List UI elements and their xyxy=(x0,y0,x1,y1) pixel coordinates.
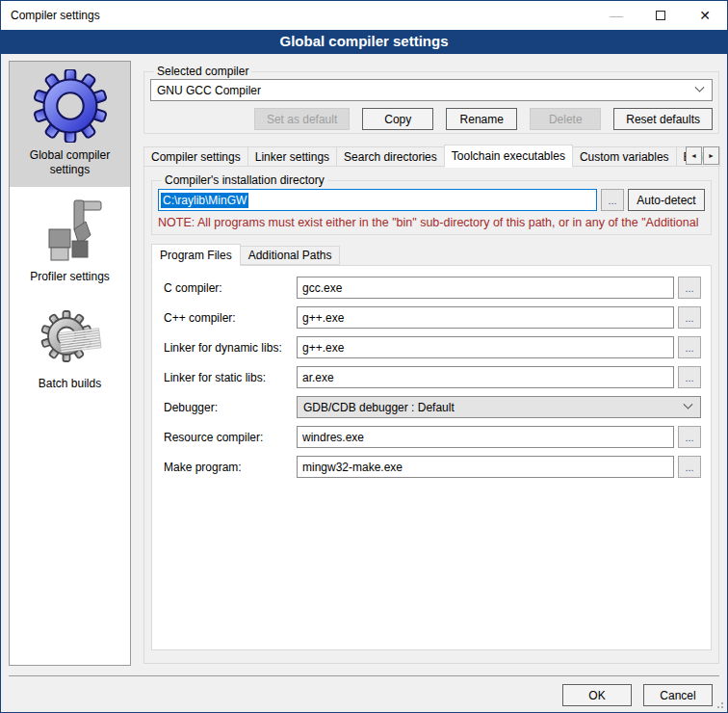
window-title: Compiler settings xyxy=(1,9,100,22)
linker-for-dynamic-libs-browse-button[interactable]: ... xyxy=(678,336,701,358)
selected-compiler-label: Selected compiler xyxy=(154,65,251,78)
page-title: Global compiler settings xyxy=(1,30,727,54)
delete-button: Delete xyxy=(530,108,601,130)
field-label: Debugger: xyxy=(164,401,297,414)
close-icon[interactable]: ✕ xyxy=(683,1,727,30)
make-program-browse-button[interactable]: ... xyxy=(678,456,701,478)
compiler-settings-dialog: Compiler settings — ✕ Global compiler se… xyxy=(0,0,728,713)
field-row-make-program: Make program:... xyxy=(164,456,701,478)
install-dir-label: Compiler's installation directory xyxy=(162,173,327,187)
c-compiler-input[interactable] xyxy=(297,277,674,299)
install-dir-note: NOTE: All programs must exist either in … xyxy=(158,216,705,229)
field-row-resource-compiler: Resource compiler:... xyxy=(164,426,701,448)
install-dir-browse-button[interactable]: ... xyxy=(601,189,624,211)
resize-grip-icon[interactable] xyxy=(715,700,723,708)
field-label: Make program: xyxy=(164,461,297,474)
field-label: C++ compiler: xyxy=(164,311,297,325)
field-row-c-compiler: C++ compiler:... xyxy=(164,306,701,329)
copy-button[interactable]: Copy xyxy=(362,108,433,130)
install-dir-group: Compiler's installation directory C:\ray… xyxy=(151,173,712,235)
gear-blue-icon xyxy=(10,69,130,143)
make-program-input[interactable] xyxy=(297,456,674,478)
select-value: GDB/CDB debugger : Default xyxy=(303,401,455,414)
tab-scroll-left-icon[interactable]: ◄ xyxy=(686,146,702,165)
c-compiler-input[interactable] xyxy=(297,306,674,329)
sidebar-item-global-compiler-settings[interactable]: Global compiler settings xyxy=(10,62,130,187)
sidebar-item-batch-builds[interactable]: Batch builds xyxy=(10,294,130,401)
debugger-select[interactable]: GDB/CDB debugger : Default xyxy=(297,396,701,418)
resource-compiler-input[interactable] xyxy=(297,426,674,448)
subtab-program-files[interactable]: Program Files xyxy=(151,244,241,266)
linker-for-static-libs-browse-button[interactable]: ... xyxy=(678,366,701,388)
title-bar: Compiler settings — ✕ xyxy=(1,1,727,30)
gear-stack-icon xyxy=(10,302,130,371)
chevron-down-icon xyxy=(695,83,705,92)
tab-compiler-settings[interactable]: Compiler settings xyxy=(143,146,248,167)
install-dir-input[interactable]: C:\raylib\MinGW xyxy=(158,189,597,211)
autodetect-button[interactable]: Auto-detect xyxy=(628,189,705,211)
install-dir-selected-text: C:\raylib\MinGW xyxy=(161,193,248,208)
program-files-page: C compiler:...C++ compiler:...Linker for… xyxy=(151,265,712,650)
ok-button[interactable]: OK xyxy=(562,684,632,706)
tab-toolchain-executables[interactable]: Toolchain executables xyxy=(444,145,573,168)
rename-button[interactable]: Rename xyxy=(446,108,517,130)
field-row-linker-for-static-libs: Linker for static libs:... xyxy=(164,366,701,388)
cancel-button[interactable]: Cancel xyxy=(643,684,713,706)
compiler-buttons-row: Set as defaultCopyRenameDeleteReset defa… xyxy=(150,108,713,130)
reset-defaults-button[interactable]: Reset defaults xyxy=(613,108,713,130)
caliper-icon xyxy=(10,195,130,264)
settings-tabstrip: Compiler settingsLinker settingsSearch d… xyxy=(143,144,719,167)
field-row-linker-for-dynamic-libs: Linker for dynamic libs:... xyxy=(164,336,701,358)
resource-compiler-browse-button[interactable]: ... xyxy=(678,426,701,448)
selected-compiler-group: Selected compiler GNU GCC Compiler Set a… xyxy=(143,65,719,134)
footer-buttons: OK Cancel xyxy=(562,684,713,706)
tab-custom-variables[interactable]: Custom variables xyxy=(572,146,677,167)
maximize-glyph xyxy=(656,11,665,20)
field-row-debugger: Debugger:GDB/CDB debugger : Default xyxy=(164,396,701,418)
linker-for-static-libs-input[interactable] xyxy=(297,366,674,388)
c-compiler-browse-button[interactable]: ... xyxy=(678,277,701,299)
field-label: Linker for static libs: xyxy=(164,371,297,384)
sidebar-item-label: Batch builds xyxy=(10,377,130,391)
subtab-additional-paths[interactable]: Additional Paths xyxy=(240,246,341,265)
linker-for-dynamic-libs-input[interactable] xyxy=(297,336,674,358)
field-label: C compiler: xyxy=(164,281,297,295)
field-label: Linker for dynamic libs: xyxy=(164,341,297,355)
field-label: Resource compiler: xyxy=(164,431,297,444)
compiler-select-value: GNU GCC Compiler xyxy=(157,84,261,97)
minimize-icon[interactable]: — xyxy=(594,1,638,30)
footer-divider xyxy=(9,675,719,676)
maximize-icon[interactable] xyxy=(638,1,683,30)
compiler-select[interactable]: GNU GCC Compiler xyxy=(150,79,713,101)
toolchain-executables-page: Compiler's installation directory C:\ray… xyxy=(143,166,719,664)
main-panel: Selected compiler GNU GCC Compiler Set a… xyxy=(141,61,722,664)
sidebar-item-profiler-settings[interactable]: Profiler settings xyxy=(10,187,130,294)
program-subtabs: Program FilesAdditional Paths xyxy=(151,244,718,265)
tab-search-directories[interactable]: Search directories xyxy=(336,146,445,167)
tab-scroll-right-icon[interactable]: ► xyxy=(703,146,719,165)
field-row-c-compiler: C compiler:... xyxy=(164,277,701,299)
c-compiler-browse-button[interactable]: ... xyxy=(678,306,701,329)
set-as-default-button: Set as default xyxy=(254,108,350,130)
tab-scroll-arrows: ◄ ► xyxy=(686,146,719,165)
sidebar-item-label: Profiler settings xyxy=(10,270,130,284)
sidebar-item-label: Global compiler settings xyxy=(10,148,130,177)
sidebar: Global compiler settings Profiler settin… xyxy=(9,61,131,666)
chevron-down-icon xyxy=(684,400,693,409)
tab-linker-settings[interactable]: Linker settings xyxy=(247,146,337,167)
window-controls: — ✕ xyxy=(594,1,727,30)
